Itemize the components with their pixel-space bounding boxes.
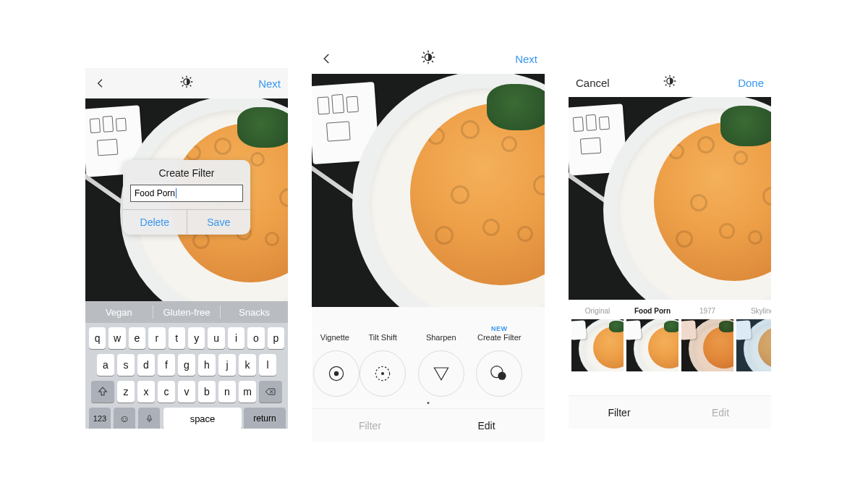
key-p[interactable]: p (268, 327, 284, 349)
key-a[interactable]: a (97, 354, 114, 376)
bottom-tabs: Filter Edit (312, 408, 545, 442)
filter-label: Food Porn (634, 307, 671, 315)
dictation-key[interactable] (138, 408, 160, 429)
key-w[interactable]: w (109, 327, 125, 349)
emoji-key[interactable]: ☺ (114, 408, 135, 429)
key-v[interactable]: v (178, 381, 195, 403)
tool-label: Tilt Shift (369, 333, 397, 342)
key-s[interactable]: s (117, 354, 135, 376)
prediction-2[interactable]: Gluten-free (153, 307, 221, 318)
tilt-shift-icon (359, 350, 406, 397)
kb-row-4: 123 ☺ space return (88, 408, 286, 429)
return-key[interactable]: return (244, 408, 286, 429)
photo-preview: Create Filter Food Porn Delete Save (85, 98, 288, 301)
create-filter-modal: Create Filter Food Porn Delete Save (123, 160, 250, 235)
tab-edit[interactable]: Edit (670, 396, 771, 429)
filter-name-value: Food Porn (135, 188, 175, 198)
tool-tilt-shift[interactable]: Tilt Shift (354, 324, 412, 397)
key-u[interactable]: u (208, 327, 224, 349)
tool-create-filter[interactable]: NEW Create Filter (470, 324, 529, 397)
brightness-icon[interactable] (420, 49, 436, 68)
svg-rect-1 (148, 415, 150, 419)
key-y[interactable]: y (188, 327, 205, 349)
create-filter-icon (476, 350, 522, 397)
filter-thumbnail (736, 319, 771, 371)
tool-vignette[interactable]: Vignette (312, 324, 354, 397)
filter-name-input[interactable]: Food Porn (130, 185, 243, 202)
back-button[interactable] (319, 51, 335, 67)
tool-sharpen[interactable]: Sharpen (412, 324, 470, 397)
prediction-3[interactable]: Snacks (221, 307, 288, 318)
kb-row-3: zxcvbnm (88, 381, 286, 403)
key-h[interactable]: h (198, 354, 216, 376)
filter-thumbnail (681, 319, 733, 371)
key-c[interactable]: c (158, 381, 175, 403)
filter-food-porn[interactable]: Food Porn (626, 307, 678, 371)
shift-key[interactable] (91, 381, 114, 403)
filter-original[interactable]: Original (571, 307, 624, 371)
bottom-tabs: Filter Edit (569, 395, 771, 429)
cancel-button[interactable]: Cancel (576, 77, 610, 89)
key-m[interactable]: m (239, 381, 256, 403)
screen-create-filter-modal: Next Create Filter Food Porn (85, 68, 288, 429)
tab-filter[interactable]: Filter (569, 396, 670, 429)
key-l[interactable]: l (259, 354, 276, 376)
tool-label: Sharpen (426, 333, 456, 342)
nav-bar: Cancel Done (569, 68, 771, 97)
key-e[interactable]: e (129, 327, 145, 349)
key-d[interactable]: d (137, 354, 155, 376)
key-i[interactable]: i (228, 327, 244, 349)
svg-point-8 (498, 372, 506, 380)
key-z[interactable]: z (117, 381, 135, 403)
key-r[interactable]: r (148, 327, 165, 349)
save-button[interactable]: Save (187, 210, 251, 235)
tab-filter[interactable]: Filter (312, 409, 428, 442)
chevron-left-icon (95, 77, 106, 89)
delete-key[interactable] (259, 381, 282, 403)
tool-label: Vignette (320, 333, 349, 342)
modal-title: Create Filter (123, 160, 250, 185)
next-button[interactable]: Next (258, 77, 281, 90)
delete-button[interactable]: Delete (123, 210, 187, 235)
new-badge: NEW (477, 325, 522, 332)
key-q[interactable]: q (89, 327, 106, 349)
brightness-icon[interactable] (179, 75, 194, 92)
keyboard-predictions: Vegan Gluten-free Snacks (85, 301, 288, 323)
brightness-icon[interactable] (663, 74, 677, 91)
key-g[interactable]: g (178, 354, 195, 376)
key-k[interactable]: k (239, 354, 256, 376)
key-t[interactable]: t (169, 327, 185, 349)
filter-skyline[interactable]: Skyline (736, 307, 771, 371)
filters-area: Original Food Porn 1977 Skyline (569, 300, 771, 395)
space-key[interactable]: space (163, 408, 242, 429)
filter-1977[interactable]: 1977 (681, 307, 733, 371)
key-b[interactable]: b (198, 381, 216, 403)
key-x[interactable]: x (137, 381, 155, 403)
tab-edit[interactable]: Edit (428, 409, 545, 442)
vignette-icon (313, 350, 359, 397)
kb-row-1: qwertyuiop (88, 327, 286, 349)
screen-filter-select: Cancel Done Original (569, 68, 771, 429)
key-j[interactable]: j (218, 354, 236, 376)
nav-bar: Next (312, 43, 545, 74)
edit-tools-strip[interactable]: Vignette Tilt Shift Sharpen NEW Create F… (312, 307, 545, 408)
numbers-key[interactable]: 123 (89, 408, 111, 429)
next-button[interactable]: Next (515, 53, 537, 65)
ios-keyboard: qwertyuiop asdfghjkl zxcvbnm 123 ☺ space… (85, 323, 288, 429)
page-indicator (427, 402, 430, 404)
mic-icon (145, 414, 154, 424)
done-button[interactable]: Done (738, 77, 764, 89)
filter-label: 1977 (699, 307, 715, 315)
back-button[interactable] (93, 75, 109, 91)
key-f[interactable]: f (158, 354, 175, 376)
filter-label: Original (585, 307, 610, 315)
sharpen-icon (418, 350, 464, 397)
prediction-1[interactable]: Vegan (85, 307, 153, 318)
photo-preview (312, 74, 545, 307)
key-o[interactable]: o (247, 327, 264, 349)
key-n[interactable]: n (218, 381, 236, 403)
nav-bar: Next (85, 68, 288, 98)
filter-strip[interactable]: Original Food Porn 1977 Skyline (569, 307, 771, 371)
filter-label: Skyline (751, 307, 771, 315)
photo-preview (569, 97, 771, 300)
